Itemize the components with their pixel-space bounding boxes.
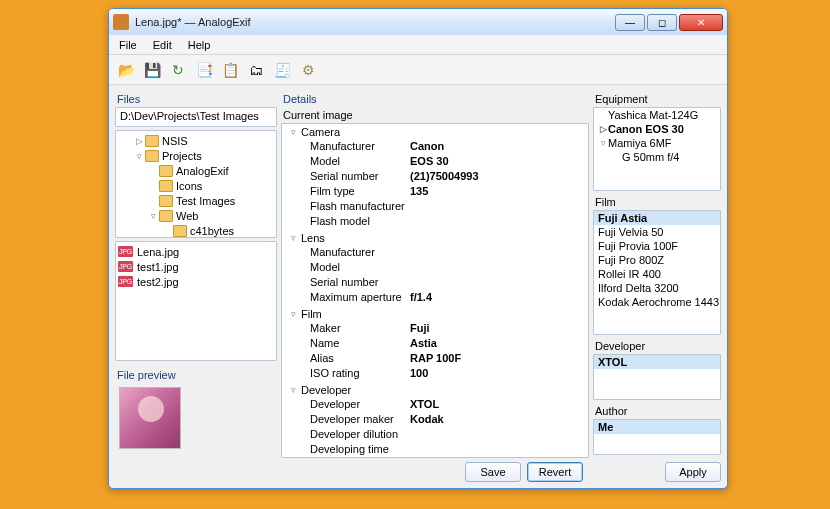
film-list[interactable]: Fuji AstiaFuji Velvia 50Fuji Provia 100F… [594, 211, 720, 309]
maximize-button[interactable]: ◻ [647, 14, 677, 31]
batch-icon[interactable]: 🧾 [271, 59, 293, 81]
save-button[interactable]: Save [465, 462, 521, 482]
film-item[interactable]: Fuji Astia [594, 211, 720, 225]
detail-row[interactable]: Flash model [282, 215, 588, 230]
developer-label: Developer [595, 340, 721, 352]
detail-row[interactable]: Serial number(21)75004993 [282, 170, 588, 185]
tree-item[interactable]: ▷NSIS [116, 133, 276, 148]
tree-item[interactable]: ▿Web [116, 208, 276, 223]
detail-row[interactable]: Model [282, 261, 588, 276]
settings-icon[interactable]: ⚙ [297, 59, 319, 81]
detail-row[interactable]: DeveloperXTOL [282, 398, 588, 413]
tree-item[interactable]: c41bytes [116, 223, 276, 238]
detail-row[interactable]: ManufacturerCanon [282, 140, 588, 155]
file-item[interactable]: JPGtest2.jpg [118, 274, 274, 289]
equipment-item[interactable]: G 50mm f/4 [594, 150, 720, 164]
titlebar[interactable]: Lena.jpg* — AnalogExif — ◻ ✕ [109, 9, 727, 35]
tree-item[interactable]: Test Images [116, 193, 276, 208]
app-window: Lena.jpg* — AnalogExif — ◻ ✕ File Edit H… [108, 8, 728, 489]
reload-icon[interactable]: ↻ [167, 59, 189, 81]
copy-exif-icon[interactable]: 📑 [193, 59, 215, 81]
apply-button[interactable]: Apply [665, 462, 721, 482]
detail-group[interactable]: ▿Lens [282, 230, 588, 246]
equipment-label: Equipment [595, 93, 721, 105]
detail-group[interactable]: ▿Camera [282, 124, 588, 140]
detail-group[interactable]: ▿Developer [282, 382, 588, 398]
detail-row[interactable]: ISO rating100 [282, 367, 588, 382]
author-label: Author [595, 405, 721, 417]
equipment-item[interactable]: Yashica Mat-124G [594, 108, 720, 122]
equipment-list[interactable]: Yashica Mat-124G▷Canon EOS 30▿Mamiya 6MF… [593, 107, 721, 191]
rotate-icon[interactable]: 🗂 [245, 59, 267, 81]
film-item[interactable]: Fuji Pro 800Z [594, 253, 720, 267]
menu-help[interactable]: Help [180, 37, 219, 53]
detail-row[interactable]: Film type135 [282, 185, 588, 200]
close-button[interactable]: ✕ [679, 14, 723, 31]
tree-item[interactable]: ▿Projects [116, 148, 276, 163]
save-icon[interactable]: 💾 [141, 59, 163, 81]
film-label: Film [595, 196, 721, 208]
minimize-button[interactable]: — [615, 14, 645, 31]
film-item[interactable]: Rollei IR 400 [594, 267, 720, 281]
files-label: Files [117, 93, 277, 105]
folder-tree[interactable]: ▷NSIS▿ProjectsAnalogExifIconsTest Images… [115, 130, 277, 238]
detail-row[interactable]: Flash manufacturer [282, 200, 588, 215]
detail-row[interactable]: Developer makerKodak [282, 413, 588, 428]
window-title: Lena.jpg* — AnalogExif [135, 16, 613, 28]
file-list[interactable]: JPGLena.jpgJPGtest1.jpgJPGtest2.jpg [115, 241, 277, 361]
details-panel: ▿CameraManufacturerCanonModelEOS 30Seria… [281, 123, 589, 458]
equipment-item[interactable]: ▷Canon EOS 30 [594, 122, 720, 136]
menubar: File Edit Help [109, 35, 727, 55]
tree-item[interactable]: Icons [116, 178, 276, 193]
current-image-label: Current image [283, 109, 589, 121]
film-item[interactable]: Ilford Delta 3200 [594, 281, 720, 295]
preview-label: File preview [117, 369, 277, 381]
file-preview [115, 383, 277, 482]
detail-row[interactable]: Serial number [282, 276, 588, 291]
toolbar: 📂 💾 ↻ 📑 📋 🗂 🧾 ⚙ [109, 55, 727, 85]
detail-row[interactable]: Manufacturer [282, 246, 588, 261]
author-item[interactable]: Me [594, 420, 720, 434]
path-input[interactable]: D:\Dev\Projects\Test Images [115, 107, 277, 127]
preview-thumbnail [119, 387, 181, 449]
film-item[interactable]: Fuji Provia 100F [594, 239, 720, 253]
revert-button[interactable]: Revert [527, 462, 583, 482]
author-list[interactable]: Me [594, 420, 720, 434]
detail-row[interactable]: ModelEOS 30 [282, 155, 588, 170]
detail-row[interactable]: AliasRAP 100F [282, 352, 588, 367]
tree-item[interactable]: AnalogExif [116, 163, 276, 178]
menu-file[interactable]: File [111, 37, 145, 53]
developer-item[interactable]: XTOL [594, 355, 720, 369]
developer-list[interactable]: XTOL [594, 355, 720, 369]
film-item[interactable]: Fuji Velvia 50 [594, 225, 720, 239]
app-icon [113, 14, 129, 30]
menu-edit[interactable]: Edit [145, 37, 180, 53]
detail-group[interactable]: ▿Film [282, 306, 588, 322]
detail-row[interactable]: Developer dilution [282, 428, 588, 443]
details-label: Details [283, 93, 589, 105]
file-item[interactable]: JPGtest1.jpg [118, 259, 274, 274]
film-item[interactable]: Kodak Aerochrome 1443 [594, 295, 720, 309]
detail-row[interactable]: Developing time [282, 443, 588, 457]
file-item[interactable]: JPGLena.jpg [118, 244, 274, 259]
detail-row[interactable]: NameAstia [282, 337, 588, 352]
equipment-item[interactable]: ▿Mamiya 6MF [594, 136, 720, 150]
detail-row[interactable]: Maximum aperturef/1.4 [282, 291, 588, 306]
paste-exif-icon[interactable]: 📋 [219, 59, 241, 81]
detail-row[interactable]: MakerFuji [282, 322, 588, 337]
folder-open-icon[interactable]: 📂 [115, 59, 137, 81]
